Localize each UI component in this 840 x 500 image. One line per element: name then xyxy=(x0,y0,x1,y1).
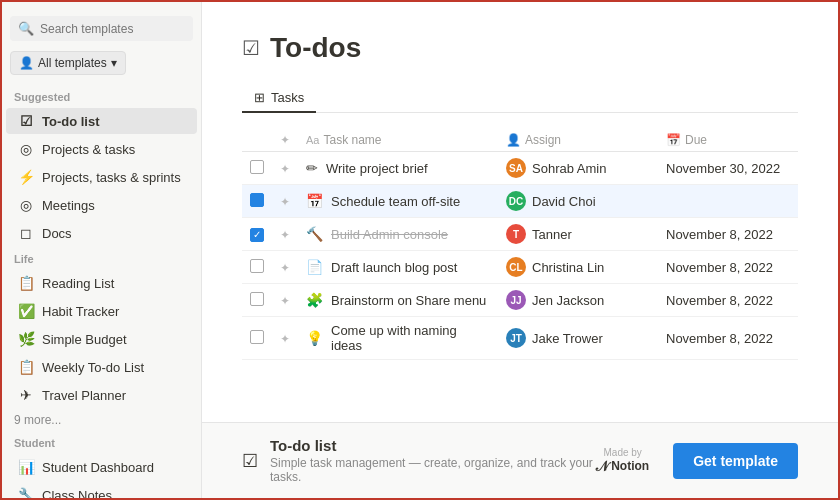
row-assign-cell: SASohrab Amin xyxy=(498,152,658,185)
row-assign-cell: CLChristina Lin xyxy=(498,251,658,284)
task-emoji: 📅 xyxy=(306,193,323,209)
row-star-cell: ✦ xyxy=(272,152,298,185)
row-star-cell: ✦ xyxy=(272,284,298,317)
life-more-link[interactable]: 9 more... xyxy=(2,409,201,431)
row-assign-cell: JJJen Jackson xyxy=(498,284,658,317)
row-due-cell: November 8, 2022 xyxy=(658,317,798,360)
tab-tasks[interactable]: ⊞ Tasks xyxy=(242,84,316,113)
row-name-cell: 🔨Build Admin console xyxy=(298,218,498,251)
row-due-cell: November 30, 2022 xyxy=(658,152,798,185)
row-checkbox-cell[interactable] xyxy=(242,317,272,360)
sidebar-item-weekly-todo[interactable]: 📋 Weekly To-do List xyxy=(6,354,197,380)
star-icon: ✦ xyxy=(280,332,290,346)
row-star-cell: ✦ xyxy=(272,251,298,284)
travel-icon: ✈ xyxy=(18,387,34,403)
suggested-section-label: Suggested xyxy=(2,85,201,107)
sidebar-item-travel-planner[interactable]: ✈ Travel Planner xyxy=(6,382,197,408)
sidebar-item-student-dashboard[interactable]: 📊 Student Dashboard xyxy=(6,454,197,480)
task-name: Come up with naming ideas xyxy=(331,323,490,353)
docs-icon: ◻ xyxy=(18,225,34,241)
assignee-avatar: JT xyxy=(506,328,526,348)
assignee-name: Tanner xyxy=(532,227,572,242)
assignee-name: Jake Trower xyxy=(532,331,603,346)
footer-title: To-do list xyxy=(270,437,596,454)
sidebar-item-simple-budget[interactable]: 🌿 Simple Budget xyxy=(6,326,197,352)
row-assign-cell: DCDavid Choi xyxy=(498,185,658,218)
sidebar-item-todo-list[interactable]: ☑ To-do list xyxy=(6,108,197,134)
task-emoji: 📄 xyxy=(306,259,323,275)
footer-right: Made by 𝒩 Notion Get template xyxy=(596,443,798,479)
task-name: Draft launch blog post xyxy=(331,260,457,275)
star-icon: ✦ xyxy=(280,162,290,176)
row-due-cell: November 8, 2022 xyxy=(658,251,798,284)
sidebar-item-reading-list[interactable]: 📋 Reading List xyxy=(6,270,197,296)
task-emoji: 💡 xyxy=(306,330,323,346)
reading-icon: 📋 xyxy=(18,275,34,291)
search-box[interactable]: 🔍 xyxy=(10,16,193,41)
circle-icon: ◎ xyxy=(18,141,34,157)
chevron-down-icon: ▾ xyxy=(111,56,117,70)
assignee-name: Jen Jackson xyxy=(532,293,604,308)
sidebar-item-projects-tasks[interactable]: ◎ Projects & tasks xyxy=(6,136,197,162)
search-input[interactable] xyxy=(40,22,185,36)
page-title: To-dos xyxy=(270,32,361,64)
star-icon: ✦ xyxy=(280,261,290,275)
row-star-cell: ✦ xyxy=(272,317,298,360)
assignee-name: Sohrab Amin xyxy=(532,161,606,176)
sidebar-item-habit-tracker[interactable]: ✅ Habit Tracker xyxy=(6,298,197,324)
sidebar-item-class-notes[interactable]: 🔧 Class Notes xyxy=(6,482,197,498)
table-row: ✦📄Draft launch blog postCLChristina LinN… xyxy=(242,251,798,284)
row-checkbox[interactable] xyxy=(250,292,264,306)
all-templates-button[interactable]: 👤 All templates ▾ xyxy=(10,51,126,75)
row-checkbox[interactable]: ✓ xyxy=(250,228,264,242)
row-checkbox-cell[interactable]: ✓ xyxy=(242,218,272,251)
tab-bar: ⊞ Tasks xyxy=(242,84,798,113)
row-name-cell: 💡Come up with naming ideas xyxy=(298,317,498,360)
weekly-icon: 📋 xyxy=(18,359,34,375)
table-row: ✦✏Write project briefSASohrab AminNovemb… xyxy=(242,152,798,185)
budget-icon: 🌿 xyxy=(18,331,34,347)
class-notes-icon: 🔧 xyxy=(18,487,34,498)
row-checkbox[interactable] xyxy=(250,330,264,344)
assignee-avatar: DC xyxy=(506,191,526,211)
life-section-label: Life xyxy=(2,247,201,269)
get-template-button[interactable]: Get template xyxy=(673,443,798,479)
row-checkbox[interactable] xyxy=(250,160,264,174)
task-table: ✦ Aa Task name 👤 Assign xyxy=(242,129,798,360)
assignee-avatar: CL xyxy=(506,257,526,277)
th-check xyxy=(242,129,272,152)
row-assign-cell: JTJake Trower xyxy=(498,317,658,360)
meeting-icon: ◎ xyxy=(18,197,34,213)
row-checkbox[interactable] xyxy=(250,259,264,273)
assignee-avatar: T xyxy=(506,224,526,244)
row-checkbox-cell[interactable] xyxy=(242,152,272,185)
sidebar-item-meetings[interactable]: ◎ Meetings xyxy=(6,192,197,218)
svg-rect-0 xyxy=(251,196,261,206)
aa-icon: Aa xyxy=(306,134,319,146)
made-by: Made by 𝒩 Notion xyxy=(596,447,649,475)
page-title-icon: ☑ xyxy=(242,36,260,60)
calendar-icon: 📅 xyxy=(666,133,681,147)
th-name: Aa Task name xyxy=(298,129,498,152)
task-emoji: 🧩 xyxy=(306,292,323,308)
row-due-cell xyxy=(658,185,798,218)
sidebar-item-projects-tasks-sprints[interactable]: ⚡ Projects, tasks & sprints xyxy=(6,164,197,190)
row-checkbox-cell[interactable] xyxy=(242,185,272,218)
sidebar-item-docs[interactable]: ◻ Docs xyxy=(6,220,197,246)
student-section-label: Student xyxy=(2,431,201,453)
habit-icon: ✅ xyxy=(18,303,34,319)
checkbox-icon: ☑ xyxy=(18,113,34,129)
page-title-row: ☑ To-dos xyxy=(242,32,798,64)
row-checkbox-cell[interactable] xyxy=(242,284,272,317)
dashboard-icon: 📊 xyxy=(18,459,34,475)
main-content: ☑ To-dos ⊞ Tasks ✦ Aa xyxy=(202,2,838,498)
assignee-name: David Choi xyxy=(532,194,596,209)
lightning-icon: ⚡ xyxy=(18,169,34,185)
star-icon: ✦ xyxy=(280,294,290,308)
row-checkbox-cell[interactable] xyxy=(242,251,272,284)
row-checkbox[interactable] xyxy=(250,193,264,207)
task-name: Build Admin console xyxy=(331,227,448,242)
assignee-avatar: SA xyxy=(506,158,526,178)
footer-info: To-do list Simple task management — crea… xyxy=(270,437,596,484)
row-name-cell: 📅Schedule team off-site xyxy=(298,185,498,218)
